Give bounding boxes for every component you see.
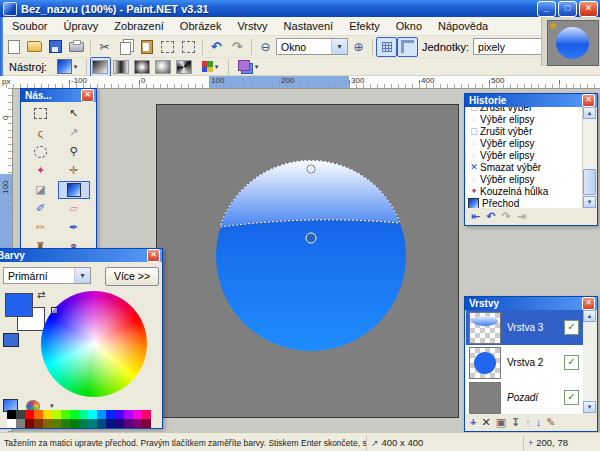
- palette-swatch[interactable]: [97, 419, 106, 428]
- tool-paint-bucket[interactable]: ◪: [25, 181, 57, 199]
- gradient-diamond-button[interactable]: [132, 57, 153, 77]
- add-layer-button[interactable]: +: [470, 416, 476, 428]
- blend-mode-button[interactable]: ▾: [232, 57, 264, 77]
- history-item[interactable]: ✕Smazat výběr: [466, 161, 582, 173]
- merge-layer-down-button[interactable]: ↧: [511, 416, 520, 429]
- color-mode-combo[interactable]: Primární ▾: [3, 267, 91, 284]
- paste-button[interactable]: [136, 37, 157, 57]
- palette-swatch[interactable]: [106, 410, 115, 419]
- palette-swatch[interactable]: [142, 419, 151, 428]
- scroll-up-icon[interactable]: ▲: [583, 310, 596, 322]
- palette-swatch[interactable]: [70, 419, 79, 428]
- palette-swatch[interactable]: [115, 410, 124, 419]
- layer-row[interactable]: Vrstva 2 ✓: [466, 345, 583, 380]
- tool-color-picker[interactable]: ✒: [58, 219, 90, 237]
- palette-swatch[interactable]: [106, 419, 115, 428]
- palette-swatch[interactable]: [97, 410, 106, 419]
- close-icon[interactable]: ✕: [81, 89, 94, 102]
- palette-swatch[interactable]: [34, 419, 43, 428]
- menu-zobrazeni[interactable]: Zobrazení: [106, 18, 172, 34]
- delete-layer-button[interactable]: ✕: [481, 416, 490, 429]
- palette-swatch[interactable]: [7, 419, 16, 428]
- menu-upravy[interactable]: Úpravy: [55, 18, 106, 34]
- move-layer-up-button[interactable]: ↑: [525, 416, 531, 428]
- layer-row[interactable]: Pozadí ✓: [466, 380, 583, 415]
- history-item[interactable]: ◻Zrušit výběr: [466, 125, 582, 137]
- history-item[interactable]: ◌Výběr elipsy: [466, 149, 582, 161]
- tool-ellipse-select[interactable]: [25, 143, 57, 161]
- palette-swatch[interactable]: [70, 410, 79, 419]
- tool-move-selection[interactable]: ↗: [58, 124, 90, 142]
- open-button[interactable]: [24, 37, 45, 57]
- palette-swatch[interactable]: [43, 419, 52, 428]
- palette-swatch[interactable]: [43, 410, 52, 419]
- chevron-down-icon[interactable]: ▾: [74, 268, 90, 283]
- close-button[interactable]: ✕: [579, 1, 598, 17]
- menu-soubor[interactable]: Soubor: [4, 18, 55, 34]
- palette-swatch[interactable]: [61, 419, 70, 428]
- palette-swatch[interactable]: [124, 419, 133, 428]
- palette-swatch[interactable]: [124, 410, 133, 419]
- palette-swatch[interactable]: [16, 419, 25, 428]
- chevron-down-icon[interactable]: ▾: [331, 39, 347, 54]
- close-icon[interactable]: ✕: [582, 94, 595, 107]
- tool-lasso-select[interactable]: ς: [25, 124, 57, 142]
- scroll-down-icon[interactable]: ▼: [583, 196, 596, 208]
- palette-swatch[interactable]: [52, 419, 61, 428]
- zoom-out-button[interactable]: ⊖: [255, 37, 276, 57]
- menu-efekty[interactable]: Efekty: [341, 18, 388, 34]
- gradient-radial-button[interactable]: [153, 57, 174, 77]
- layer-visibility-checkbox[interactable]: ✓: [564, 390, 579, 405]
- swap-colors-icon[interactable]: ⇄: [37, 289, 45, 300]
- palette-swatch[interactable]: [34, 410, 43, 419]
- undo-button[interactable]: ↶: [206, 37, 227, 57]
- palette-swatch[interactable]: [79, 410, 88, 419]
- layer-visibility-checkbox[interactable]: ✓: [564, 355, 579, 370]
- zoom-combo[interactable]: Okno ▾: [276, 38, 348, 55]
- gradient-linear-reflected-button[interactable]: [111, 57, 132, 77]
- tool-pencil[interactable]: ✏: [25, 219, 57, 237]
- history-scrollbar[interactable]: ▲ ▼: [583, 107, 596, 208]
- gradient-end-handle[interactable]: [310, 237, 312, 239]
- color-wheel-marker[interactable]: [51, 307, 58, 314]
- duplicate-layer-button[interactable]: ▣: [496, 416, 506, 429]
- palette-swatch[interactable]: [25, 410, 34, 419]
- gradient-conical-button[interactable]: [174, 57, 195, 77]
- crop-to-selection-button[interactable]: [157, 37, 178, 57]
- scroll-down-icon[interactable]: ▼: [583, 401, 596, 413]
- canvas[interactable]: [156, 104, 459, 418]
- palette-swatch[interactable]: [25, 419, 34, 428]
- current-tool-button[interactable]: ▾: [51, 57, 83, 77]
- tool-zoom[interactable]: ⚲: [58, 143, 90, 161]
- layer-visibility-checkbox[interactable]: ✓: [564, 320, 579, 335]
- chevron-down-icon[interactable]: ▾: [50, 402, 54, 410]
- layer-row-selected[interactable]: Vrstva 3 ✓: [466, 310, 583, 345]
- history-item-current[interactable]: Přechod: [466, 197, 582, 208]
- tool-pan[interactable]: ✛: [58, 162, 90, 180]
- tool-magic-wand[interactable]: ✦: [25, 162, 57, 180]
- layer-properties-button[interactable]: ✎: [546, 416, 555, 429]
- tool-rectangle-select[interactable]: [25, 105, 57, 123]
- tool-eraser[interactable]: ▱: [58, 200, 90, 218]
- grid-toggle-button[interactable]: [376, 37, 397, 57]
- scrollbar-thumb[interactable]: [583, 169, 596, 195]
- deselect-button[interactable]: [178, 37, 199, 57]
- gradient-linear-button[interactable]: [90, 57, 111, 77]
- scroll-up-icon[interactable]: ▲: [583, 107, 596, 119]
- tool-gradient[interactable]: [58, 181, 90, 199]
- history-fastforward-button[interactable]: ⇥: [517, 210, 526, 223]
- zoom-in-button[interactable]: ⊕: [348, 37, 369, 57]
- history-rewind-button[interactable]: ⇤: [471, 210, 480, 223]
- menu-napoveda[interactable]: Nápověda: [430, 18, 496, 34]
- palette-swatch[interactable]: [115, 419, 124, 428]
- palette-swatch[interactable]: [133, 410, 142, 419]
- title-bar[interactable]: Bez_nazvu (100%) - Paint.NET v3.31 _ □ ✕: [0, 0, 600, 17]
- history-undo-button[interactable]: ↶: [486, 210, 495, 223]
- menu-nastaveni[interactable]: Nastavení: [276, 18, 342, 34]
- cut-button[interactable]: ✂: [94, 37, 115, 57]
- menu-vrstvy[interactable]: Vrstvy: [229, 18, 275, 34]
- copy-button[interactable]: [115, 37, 136, 57]
- history-item[interactable]: ◌Výběr elipsy: [466, 173, 582, 185]
- history-item[interactable]: ◌Výběr elipsy: [466, 113, 582, 125]
- palette-swatch[interactable]: [7, 410, 16, 419]
